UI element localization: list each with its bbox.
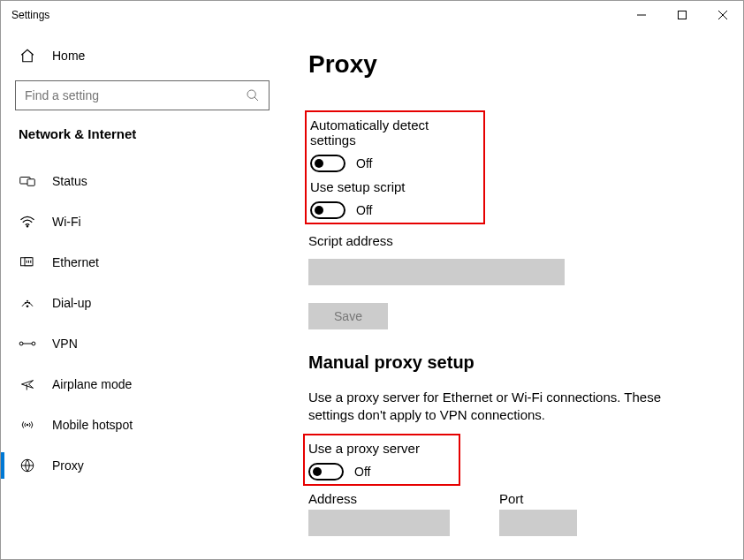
ethernet-icon [19,256,36,269]
settings-window: Settings Home [0,0,744,560]
auto-detect-toggle[interactable] [310,155,345,172]
close-button[interactable] [702,1,743,29]
script-address-input[interactable] [308,259,565,285]
home-icon [19,48,36,64]
hotspot-icon [19,418,36,432]
home-link[interactable]: Home [1,36,284,75]
manual-setup-heading: Manual proxy setup [308,352,708,373]
sidebar-item-label: Proxy [52,458,84,473]
sidebar-item-label: VPN [52,337,78,351]
window-title: Settings [11,9,49,21]
auto-detect-label: Automatically detect settings [310,117,476,148]
proxy-icon [19,458,36,473]
sidebar-item-ethernet[interactable]: Ethernet [1,242,284,283]
sidebar-item-label: Airplane mode [52,377,132,391]
dialup-icon [19,297,36,309]
svg-rect-0 [679,11,687,19]
sidebar-item-status[interactable]: Status [1,161,284,201]
svg-point-7 [25,302,26,303]
port-label: Port [499,491,577,506]
airplane-icon [19,377,36,391]
manual-setup-description: Use a proxy server for Ethernet or Wi-Fi… [308,389,708,425]
highlight-box-proxy: Use a proxy server Off [303,434,460,486]
window-controls [621,1,743,29]
search-icon [246,88,260,102]
sidebar-item-label: Dial-up [52,296,91,310]
use-proxy-toggle[interactable] [308,463,344,481]
port-input[interactable] [499,510,577,536]
script-address-label: Script address [308,233,708,248]
minimize-button[interactable] [621,1,662,29]
svg-point-11 [19,342,23,345]
sidebar-item-label: Mobile hotspot [52,418,133,432]
vpn-icon [19,338,36,349]
titlebar: Settings [1,1,743,29]
address-label: Address [308,491,450,506]
search-input[interactable] [16,81,269,110]
sidebar-item-hotspot[interactable]: Mobile hotspot [1,405,284,445]
sidebar-item-label: Wi-Fi [52,215,81,229]
home-label: Home [52,49,85,63]
address-input[interactable] [308,510,450,536]
highlight-box-auto: Automatically detect settings Off Use se… [305,110,485,224]
sidebar-item-dialup[interactable]: Dial-up [1,283,284,323]
status-icon [19,175,36,187]
svg-point-10 [27,306,28,307]
sidebar-item-proxy[interactable]: Proxy [1,445,284,486]
setup-script-toggle[interactable] [310,201,345,219]
sidebar-item-label: Ethernet [52,255,99,269]
maximize-icon [678,11,687,19]
sidebar-item-airplane[interactable]: Airplane mode [1,364,284,405]
svg-point-1 [247,90,255,98]
use-proxy-state: Off [354,465,370,479]
sidebar-item-vpn[interactable]: VPN [1,323,284,364]
svg-point-4 [27,226,28,228]
maximize-button[interactable] [662,1,702,29]
content-area: Proxy Automatically detect settings Off … [284,29,743,559]
svg-rect-3 [27,179,34,186]
svg-point-8 [27,300,27,301]
svg-point-13 [27,424,28,426]
setup-script-label: Use setup script [310,179,476,194]
sidebar-item-wifi[interactable]: Wi-Fi [1,201,284,242]
use-proxy-label: Use a proxy server [308,441,452,456]
sidebar: Home Network & Internet Status Wi-F [1,29,284,559]
svg-point-12 [32,342,35,345]
sidebar-item-label: Status [52,174,87,188]
wifi-icon [19,216,36,228]
svg-point-9 [29,302,30,303]
close-icon [718,11,727,19]
category-label: Network & Internet [1,126,284,161]
save-button[interactable]: Save [308,303,388,329]
page-title: Proxy [308,50,708,79]
auto-detect-state: Off [356,156,372,170]
search-input-wrapper[interactable] [15,80,270,110]
minimize-icon [637,11,646,19]
setup-script-state: Off [356,203,372,217]
